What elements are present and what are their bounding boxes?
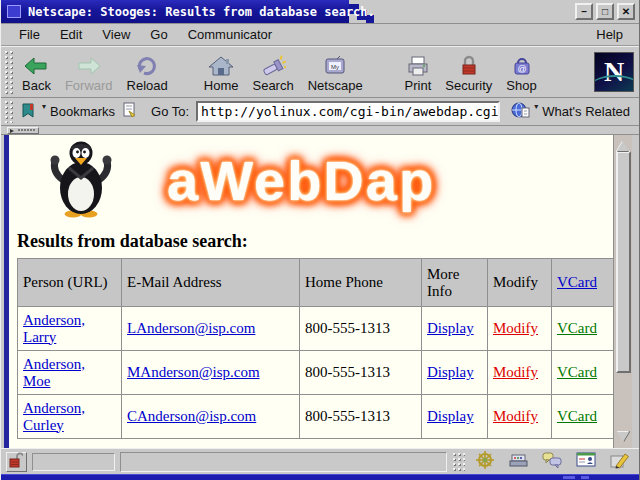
tux-penguin-icon <box>45 138 117 222</box>
url-input[interactable]: http://yolinux.com/cgi-bin/awebdap.cgi ▽ <box>196 101 500 122</box>
url-dropdown-arrow-icon[interactable]: ▽ <box>500 105 501 118</box>
toolbar-button-label: Forward <box>65 78 113 93</box>
menu-help[interactable]: Help <box>590 25 629 44</box>
location-bar-grip[interactable] <box>4 100 14 123</box>
ship-wheel-icon <box>475 450 495 474</box>
display-link[interactable]: Display <box>427 364 474 380</box>
whats-related-label: What's Related <box>542 104 630 119</box>
header-more-info: More Info <box>422 259 488 307</box>
vcard-link[interactable]: VCard <box>557 408 597 424</box>
results-table: Person (URL) E-Mail Address Home Phone M… <box>17 258 613 439</box>
security-status-button[interactable] <box>6 452 27 472</box>
toolbar-expand-tab[interactable] <box>7 127 39 134</box>
flashlight-icon <box>260 55 286 77</box>
navigator-component-button[interactable] <box>470 451 499 473</box>
display-link[interactable]: Display <box>427 320 474 336</box>
scroll-down-button[interactable] <box>615 432 632 448</box>
modify-link[interactable]: Modify <box>493 408 538 424</box>
inbox-icon <box>509 451 529 473</box>
vcard-link[interactable]: VCard <box>557 320 597 336</box>
print-button[interactable]: Print <box>398 48 439 96</box>
composer-pen-icon <box>610 451 630 473</box>
email-link[interactable]: CAnderson@isp.com <box>127 408 256 424</box>
modify-link[interactable]: Modify <box>493 364 538 380</box>
progress-field <box>32 453 115 471</box>
security-button[interactable]: Security <box>438 48 499 96</box>
email-link[interactable]: MAnderson@isp.com <box>127 364 260 380</box>
title-bar[interactable]: Netscape: Stooges: Results from database… <box>1 0 639 24</box>
whats-related-button[interactable]: ▾ What's Related <box>508 100 633 124</box>
content-area: aWebDap Results from database search: Pe… <box>1 135 639 448</box>
goto-label: Go To: <box>151 104 189 119</box>
whats-related-dropdown-arrow-icon: ▾ <box>534 102 538 111</box>
header-person: Person (URL) <box>18 259 122 307</box>
reload-button[interactable]: Reload <box>120 48 175 96</box>
page-proxy-icon[interactable] <box>122 102 137 121</box>
address-book-component-button[interactable] <box>572 451 601 473</box>
svg-text:@: @ <box>517 64 526 74</box>
header-modify: Modify <box>488 259 552 307</box>
table-row: Anderson, Larry LAnderson@isp.com 800-55… <box>18 307 614 351</box>
toolbar-button-label: Reload <box>127 78 168 93</box>
status-message-field <box>120 452 447 472</box>
table-header-row: Person (URL) E-Mail Address Home Phone M… <box>18 259 614 307</box>
minimize-button[interactable]: – <box>575 3 593 20</box>
back-arrow-icon <box>23 55 49 77</box>
discussions-component-button[interactable] <box>538 451 567 473</box>
toolbar-button-label: Search <box>252 78 293 93</box>
menu-view[interactable]: View <box>92 25 140 44</box>
mailbox-component-button[interactable] <box>504 451 533 473</box>
close-button[interactable]: ✕ <box>617 3 635 20</box>
menu-communicator[interactable]: Communicator <box>178 25 283 44</box>
window-bottom-frame <box>1 474 639 480</box>
frame-decoration <box>563 476 575 479</box>
netscape-logo[interactable]: N <box>594 52 634 92</box>
menu-go[interactable]: Go <box>140 25 177 44</box>
vcard-link[interactable]: VCard <box>557 364 597 380</box>
back-button[interactable]: Back <box>15 48 58 96</box>
awebdap-banner: aWebDap <box>15 139 613 221</box>
printer-icon <box>405 55 431 77</box>
display-link[interactable]: Display <box>427 408 474 424</box>
header-email: E-Mail Address <box>122 259 300 307</box>
person-link[interactable]: Anderson, Moe <box>23 356 85 389</box>
table-row: Anderson, Curley CAnderson@isp.com 800-5… <box>18 395 614 439</box>
vcard-header-link[interactable]: VCard <box>557 274 597 290</box>
menu-file[interactable]: File <box>9 25 50 44</box>
toolbar-button-label: Shop <box>506 78 536 93</box>
window-menu-icon[interactable] <box>7 5 21 18</box>
forward-arrow-icon <box>76 55 102 77</box>
bookmarks-button[interactable]: ▾ Bookmarks <box>15 100 120 124</box>
netscape-button[interactable]: My Netscape <box>301 48 370 96</box>
web-page: aWebDap Results from database search: Pe… <box>9 135 613 448</box>
window-title: Netscape: Stooges: Results from database… <box>28 5 375 19</box>
navigation-toolbar: Back Forward Reload Home Search My Netsc… <box>1 46 639 98</box>
maximize-button[interactable]: □ <box>596 3 614 20</box>
shopping-bag-icon: @ <box>511 55 533 77</box>
reload-icon <box>135 55 159 77</box>
person-link[interactable]: Anderson, Larry <box>23 312 85 345</box>
menu-edit[interactable]: Edit <box>50 25 92 44</box>
search-button[interactable]: Search <box>245 48 300 96</box>
shop-button[interactable]: @ Shop <box>499 48 543 96</box>
component-bar-grip[interactable] <box>452 452 466 472</box>
person-link[interactable]: Anderson, Curley <box>23 400 85 433</box>
header-phone: Home Phone <box>300 259 422 307</box>
globe-icon <box>511 102 530 122</box>
scroll-up-button[interactable] <box>615 135 632 151</box>
toolbar-grip[interactable] <box>4 50 14 94</box>
table-row: Anderson, Moe MAnderson@isp.com 800-555-… <box>18 351 614 395</box>
email-link[interactable]: LAnderson@isp.com <box>127 320 255 336</box>
scrollbar-thumb[interactable] <box>616 151 631 373</box>
toolbar-button-label: Security <box>445 78 492 93</box>
down-arrow-icon <box>617 432 629 448</box>
tab-texture <box>18 129 36 132</box>
toolbar-button-label: Home <box>204 78 239 93</box>
page-title: Results from database search: <box>17 231 613 252</box>
forward-button[interactable]: Forward <box>58 48 120 96</box>
modify-link[interactable]: Modify <box>493 320 538 336</box>
status-bar <box>1 448 639 474</box>
composer-component-button[interactable] <box>605 451 634 473</box>
home-button[interactable]: Home <box>197 48 246 96</box>
bookmark-icon <box>20 102 38 122</box>
